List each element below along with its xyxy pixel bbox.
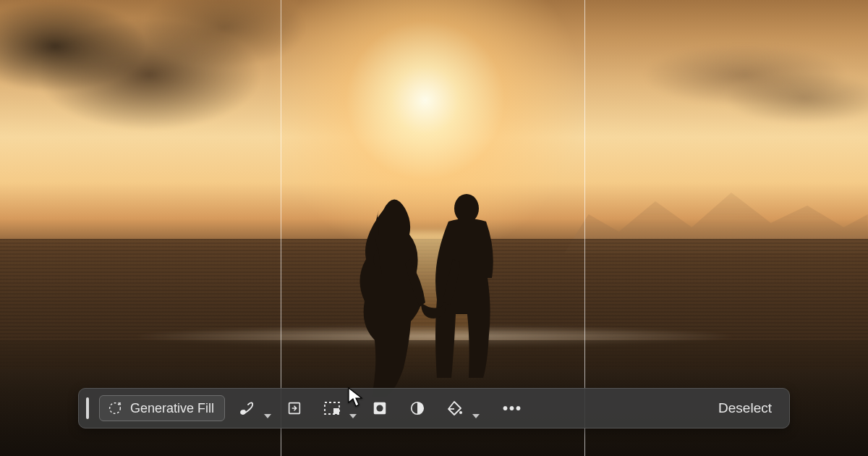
sky-clouds-left <box>0 0 318 159</box>
generative-fill-label: Generative Fill <box>130 401 214 416</box>
mask-icon <box>372 400 388 416</box>
paint-bucket-icon <box>446 400 464 417</box>
transform-tool-button[interactable] <box>278 394 310 423</box>
deselect-label: Deselect <box>718 400 772 415</box>
brush-icon <box>238 400 255 417</box>
svg-point-8 <box>459 411 462 414</box>
selection-dashed-icon <box>323 400 341 416</box>
taskbar-grip-handle[interactable] <box>86 397 89 419</box>
svg-rect-4 <box>333 408 339 414</box>
deselect-button[interactable]: Deselect <box>711 396 779 421</box>
svg-point-6 <box>376 405 383 411</box>
subject-couple-silhouette <box>340 181 528 398</box>
generative-fill-icon <box>107 400 123 416</box>
more-options-label: ••• <box>503 400 522 416</box>
contextual-taskbar: Generative Fill <box>78 388 790 428</box>
svg-point-0 <box>454 194 479 223</box>
more-options-button[interactable]: ••• <box>497 400 528 417</box>
fill-tool-dropdown[interactable] <box>471 394 481 423</box>
sky-clouds-right <box>593 29 868 145</box>
brush-tool-dropdown[interactable] <box>263 394 273 423</box>
transform-icon <box>286 400 302 416</box>
generative-fill-button[interactable]: Generative Fill <box>99 395 225 421</box>
half-circle-icon <box>409 400 425 416</box>
selection-modify-dropdown[interactable] <box>348 394 358 423</box>
mask-tool-button[interactable] <box>364 394 396 423</box>
fill-tool-button[interactable] <box>439 394 471 423</box>
editor-canvas[interactable]: Generative Fill <box>0 0 868 456</box>
selection-modify-button[interactable] <box>316 394 348 423</box>
adjustment-tool-button[interactable] <box>401 394 433 423</box>
brush-tool-button[interactable] <box>231 394 263 423</box>
